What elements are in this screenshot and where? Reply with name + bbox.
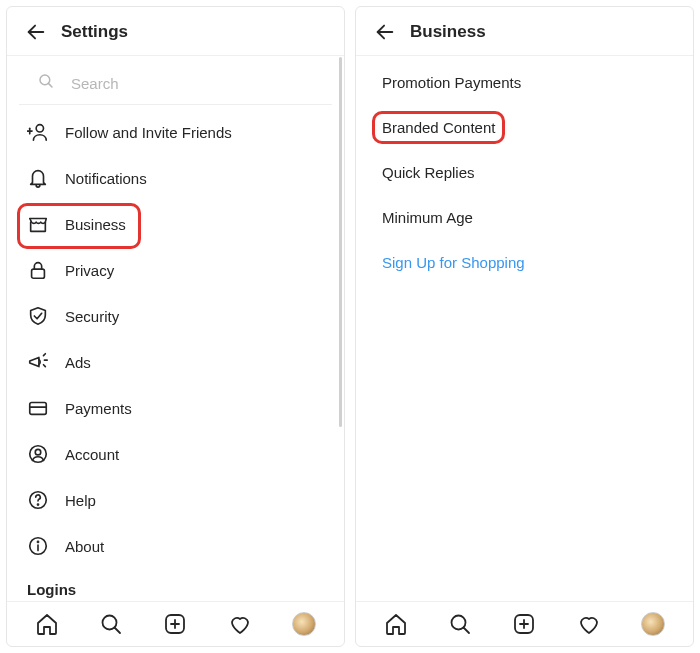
storefront-icon <box>27 213 49 235</box>
business-list: Promotion Payments Branded Content Quick… <box>356 56 693 601</box>
section-logins: Logins <box>7 569 344 601</box>
back-icon[interactable] <box>25 21 47 43</box>
shield-icon <box>27 305 49 327</box>
page-title: Settings <box>61 22 128 42</box>
item-label: Account <box>65 446 119 463</box>
activity-icon[interactable] <box>577 612 601 636</box>
home-icon[interactable] <box>384 612 408 636</box>
item-label: Business <box>65 216 126 233</box>
settings-item-business[interactable]: Business <box>7 201 344 247</box>
header: Settings <box>7 7 344 56</box>
item-label: Branded Content <box>382 119 495 136</box>
lock-icon <box>27 259 49 281</box>
new-post-icon[interactable] <box>163 612 187 636</box>
item-label: Follow and Invite Friends <box>65 124 232 141</box>
svg-line-9 <box>44 365 46 367</box>
user-circle-icon <box>27 443 49 465</box>
svg-line-26 <box>464 628 470 634</box>
item-label: Ads <box>65 354 91 371</box>
svg-line-7 <box>44 354 46 356</box>
item-label: Notifications <box>65 170 147 187</box>
item-label: Security <box>65 308 119 325</box>
settings-item-about[interactable]: About <box>7 523 344 569</box>
svg-line-20 <box>115 628 121 634</box>
add-user-icon <box>27 121 49 143</box>
item-label: Minimum Age <box>382 209 473 226</box>
activity-icon[interactable] <box>228 612 252 636</box>
search-tab-icon[interactable] <box>448 612 472 636</box>
search-input[interactable] <box>69 74 314 93</box>
item-label: Promotion Payments <box>382 74 521 91</box>
search-row[interactable] <box>19 62 332 105</box>
item-label: Privacy <box>65 262 114 279</box>
settings-item-invite[interactable]: Follow and Invite Friends <box>7 109 344 155</box>
svg-point-13 <box>35 449 41 455</box>
svg-rect-6 <box>32 269 45 278</box>
bottom-nav <box>7 601 344 646</box>
item-label: Sign Up for Shopping <box>382 254 525 271</box>
bottom-nav <box>356 601 693 646</box>
settings-item-notifications[interactable]: Notifications <box>7 155 344 201</box>
info-icon <box>27 535 49 557</box>
svg-point-3 <box>36 125 43 132</box>
settings-item-security[interactable]: Security <box>7 293 344 339</box>
bell-icon <box>27 167 49 189</box>
header: Business <box>356 7 693 56</box>
business-item-branded-content[interactable]: Branded Content <box>356 105 693 150</box>
business-item-quick-replies[interactable]: Quick Replies <box>356 150 693 195</box>
search-icon <box>37 72 55 94</box>
business-screen: Business Promotion Payments Branded Cont… <box>355 6 694 647</box>
svg-point-18 <box>37 541 38 542</box>
profile-avatar[interactable] <box>641 612 665 636</box>
back-icon[interactable] <box>374 21 396 43</box>
home-icon[interactable] <box>35 612 59 636</box>
svg-point-15 <box>37 504 38 505</box>
credit-card-icon <box>27 397 49 419</box>
settings-item-account[interactable]: Account <box>7 431 344 477</box>
new-post-icon[interactable] <box>512 612 536 636</box>
settings-item-ads[interactable]: Ads <box>7 339 344 385</box>
help-icon <box>27 489 49 511</box>
business-item-promotion-payments[interactable]: Promotion Payments <box>356 60 693 105</box>
settings-screen: Settings Follow and Invite Friends Notif… <box>6 6 345 647</box>
megaphone-icon <box>27 351 49 373</box>
profile-avatar[interactable] <box>292 612 316 636</box>
settings-item-privacy[interactable]: Privacy <box>7 247 344 293</box>
svg-line-2 <box>48 83 52 87</box>
settings-list: Follow and Invite Friends Notifications … <box>7 105 344 601</box>
page-title: Business <box>410 22 486 42</box>
item-label: Payments <box>65 400 132 417</box>
svg-rect-10 <box>30 403 47 415</box>
item-label: Help <box>65 492 96 509</box>
item-label: Quick Replies <box>382 164 475 181</box>
item-label: About <box>65 538 104 555</box>
settings-item-help[interactable]: Help <box>7 477 344 523</box>
business-item-shopping[interactable]: Sign Up for Shopping <box>356 240 693 285</box>
business-item-minimum-age[interactable]: Minimum Age <box>356 195 693 240</box>
search-tab-icon[interactable] <box>99 612 123 636</box>
settings-item-payments[interactable]: Payments <box>7 385 344 431</box>
